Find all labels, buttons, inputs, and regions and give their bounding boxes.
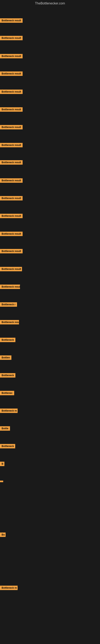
bottleneck-badge: Bottleneck result [0,232,23,236]
bottleneck-badge: Bottleneck resu [0,320,19,324]
bottleneck-badge: Bottleneck re [0,586,18,590]
bottleneck-item[interactable]: Bottleneck re [0,586,18,591]
bottleneck-item[interactable]: Bottleneck result [0,143,23,148]
bottleneck-item[interactable]: Bottle [0,426,10,432]
bottleneck-item[interactable]: Bottleneck result [0,214,23,219]
bottleneck-badge: Bottleneck result [0,72,23,76]
bottleneck-badge: Bottleneck result [0,196,23,200]
bottleneck-item[interactable]: Bottleneck result [0,125,23,130]
bottleneck-item[interactable] [0,480,3,483]
site-title: TheBottlenecker.com [0,0,100,7]
bottleneck-badge: Bottleneck result [0,125,23,130]
bottleneck-badge: Bottleneck result [0,160,23,164]
bottleneck-item[interactable]: Bottleneck result [0,232,23,237]
bottleneck-badge: Bottleneck result [0,18,23,23]
bottleneck-item[interactable]: Bottleneck r [0,302,17,308]
bottleneck-item[interactable]: B [0,462,4,467]
bottleneck-badge: Bottlen [0,356,11,360]
bottleneck-item[interactable]: Bottleneck result [0,284,20,290]
bottleneck-item[interactable]: Bottleneck result [0,18,23,24]
bottleneck-item[interactable]: Bottleneck result [0,90,23,95]
bottleneck-badge: Bottleneck result [0,143,23,147]
bottleneck-badge: Bottleneck result [0,90,23,94]
bottleneck-item[interactable]: Bottleneck result [0,54,23,59]
bottleneck-item[interactable]: Bottleneck [0,444,15,449]
bottleneck-item[interactable]: Bottleneck re [0,408,18,414]
bottleneck-item[interactable]: Bottleneck result [0,72,23,77]
bottleneck-badge: Bottleneck result [0,267,22,271]
bottleneck-badge: Bottlenec [0,391,14,395]
bottleneck-badge: Bottleneck result [0,107,23,112]
bottleneck-badge: Bottleneck result [0,36,23,40]
bottleneck-badge: Bottleneck result [0,284,20,289]
bottleneck-item[interactable]: Bottleneck result [0,267,22,272]
bottleneck-item[interactable]: Bottleneck result [0,249,23,254]
bottleneck-item[interactable]: Bottleneck [0,373,15,378]
bottleneck-badge: Bottleneck [0,444,15,448]
bottleneck-item[interactable]: Bottlen [0,356,11,361]
bottleneck-badge: Bottleneck r [0,302,17,307]
bottleneck-item[interactable]: Bottleneck result [0,107,23,112]
bottleneck-badge: B [0,462,4,466]
bottleneck-badge: Bottle [0,426,10,431]
bottleneck-item[interactable]: Bottlenec [0,391,14,396]
bottleneck-item[interactable]: Bottleneck result [0,196,23,201]
bottleneck-item[interactable]: Bottleneck result [0,36,23,41]
bottleneck-badge: Bottleneck result [0,178,23,183]
bottleneck-badge [0,480,3,482]
bottleneck-item[interactable]: Bottleneck result [0,178,23,184]
bottleneck-badge: Bottleneck result [0,249,23,253]
bottleneck-badge: Bottleneck result [0,54,23,58]
bottleneck-badge: Bottleneck [0,373,15,378]
bottleneck-badge: Bottleneck re [0,408,18,413]
bottleneck-badge: Bo [0,532,6,537]
bottleneck-item[interactable]: Bo [0,532,6,538]
bottleneck-item[interactable]: Bottleneck [0,338,15,343]
bottleneck-badge: Bottleneck [0,338,15,342]
bottleneck-item[interactable]: Bottleneck result [0,160,23,166]
bottleneck-badge: Bottleneck result [0,214,23,218]
bottleneck-item[interactable]: Bottleneck resu [0,320,19,325]
